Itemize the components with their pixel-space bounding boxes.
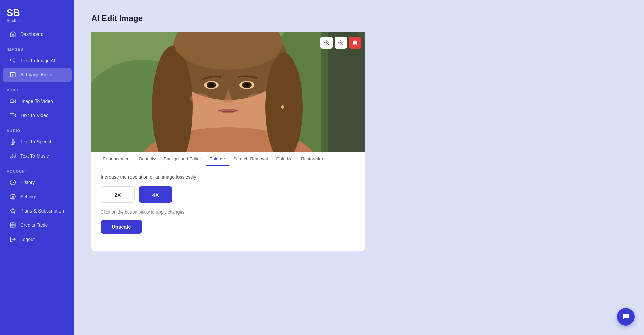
sidebar-item-label: Image To Video bbox=[20, 98, 53, 104]
image-edit-icon bbox=[9, 71, 16, 78]
gear-icon bbox=[9, 193, 16, 200]
sidebar-item-logout[interactable]: Logout bbox=[3, 232, 72, 246]
sidebar-item-label: Text To Speech bbox=[20, 139, 52, 144]
logo-mark: SB bbox=[7, 8, 68, 18]
section-label-images: Images bbox=[0, 41, 74, 53]
tab-background-editor[interactable]: Background Editor bbox=[160, 152, 205, 166]
sidebar-item-ai-image-editor[interactable]: AI Image Editor bbox=[3, 68, 72, 82]
svg-point-32 bbox=[281, 105, 284, 109]
svg-marker-9 bbox=[10, 208, 16, 213]
sidebar-item-plans[interactable]: Plans & Subscription bbox=[3, 204, 72, 218]
home-icon bbox=[9, 31, 16, 38]
sidebar-item-label: Text To Video bbox=[20, 113, 49, 118]
section-label-video: Video bbox=[0, 82, 74, 94]
sidebar-item-image-to-video[interactable]: Image To Video bbox=[3, 94, 72, 108]
svg-point-6 bbox=[14, 156, 15, 158]
svg-point-31 bbox=[247, 93, 266, 104]
sidebar-item-credits[interactable]: Credits Table bbox=[3, 218, 72, 232]
tab-colorize[interactable]: Colorize bbox=[273, 152, 296, 166]
tabs-row: Enhancement Beautify Background Editor E… bbox=[91, 152, 365, 166]
svg-rect-0 bbox=[10, 72, 15, 77]
sidebar-item-label: Logout bbox=[20, 237, 35, 242]
scale-options: 2X 4X bbox=[101, 186, 356, 203]
apply-hint: Click on the button below to apply chang… bbox=[101, 209, 356, 215]
image-wrapper: Enhancement Beautify Background Editor E… bbox=[91, 32, 365, 251]
sidebar-item-text-to-speech[interactable]: Text To Speech bbox=[3, 135, 72, 149]
tab-content-enlarge: Increase the resolution of an image loss… bbox=[91, 166, 365, 242]
video-text-icon bbox=[9, 112, 16, 119]
svg-rect-4 bbox=[10, 114, 14, 117]
section-label-account: Account bbox=[0, 163, 74, 175]
sidebar-item-dashboard[interactable]: Dashboard bbox=[3, 27, 72, 41]
sidebar-item-label: Credits Table bbox=[20, 222, 48, 228]
main-content: AI Edit Image bbox=[74, 0, 644, 335]
sidebar-item-label: Settings bbox=[20, 194, 38, 199]
sidebar-item-text-to-image[interactable]: Text To Image AI bbox=[3, 54, 72, 67]
svg-point-30 bbox=[190, 93, 209, 104]
svg-marker-3 bbox=[14, 114, 16, 117]
music-icon bbox=[9, 153, 16, 159]
portrait-svg bbox=[91, 32, 365, 152]
editor-panel: Enhancement Beautify Background Editor E… bbox=[91, 152, 365, 251]
sidebar-item-label: AI Image Editor bbox=[20, 72, 53, 77]
enlarge-description: Increase the resolution of an image loss… bbox=[101, 174, 356, 180]
tab-enlarge[interactable]: Enlarge bbox=[206, 152, 229, 166]
svg-rect-10 bbox=[10, 223, 15, 227]
logo-sub: Spotbuzz bbox=[7, 18, 68, 23]
logo-area: SB Spotbuzz bbox=[0, 0, 74, 27]
table-icon bbox=[9, 222, 16, 228]
scale-4x-button[interactable]: 4X bbox=[139, 186, 172, 203]
zoom-out-button[interactable] bbox=[335, 37, 347, 49]
tab-scratch-removal[interactable]: Scratch Removal bbox=[230, 152, 271, 166]
upscale-button[interactable]: Upscale bbox=[101, 220, 142, 234]
tab-enhancement[interactable]: Enhancement bbox=[99, 152, 134, 166]
sidebar-item-text-to-music[interactable]: Text To Music bbox=[3, 149, 72, 163]
section-label-audio: Audio bbox=[0, 122, 74, 135]
svg-point-5 bbox=[10, 157, 12, 158]
svg-point-26 bbox=[209, 83, 214, 87]
mic-icon bbox=[9, 138, 16, 145]
sidebar-item-label: Dashboard bbox=[20, 31, 44, 37]
clock-icon bbox=[9, 179, 16, 186]
sidebar-item-label: Text To Music bbox=[20, 153, 49, 159]
tab-restoration[interactable]: Restoration bbox=[297, 152, 328, 166]
sidebar-item-label: Plans & Subscription bbox=[20, 208, 64, 214]
sidebar: SB Spotbuzz Dashboard Images Text To Ima… bbox=[0, 0, 74, 335]
svg-rect-1 bbox=[10, 100, 14, 103]
svg-marker-2 bbox=[14, 100, 16, 103]
chat-bubble[interactable] bbox=[617, 308, 635, 326]
tab-beautify[interactable]: Beautify bbox=[136, 152, 159, 166]
logout-icon bbox=[9, 236, 16, 243]
sidebar-item-label: History bbox=[20, 180, 35, 185]
sidebar-item-settings[interactable]: Settings bbox=[3, 190, 72, 203]
sidebar-item-text-to-video[interactable]: Text To Video bbox=[3, 109, 72, 122]
wand-icon bbox=[9, 57, 16, 64]
page-title: AI Edit Image bbox=[91, 14, 627, 23]
svg-line-34 bbox=[328, 44, 329, 45]
delete-image-button[interactable] bbox=[349, 37, 361, 49]
svg-point-8 bbox=[12, 196, 14, 198]
sidebar-item-label: Text To Image AI bbox=[20, 58, 55, 63]
chat-icon bbox=[622, 313, 630, 321]
video-icon bbox=[9, 98, 16, 105]
sidebar-item-history[interactable]: History bbox=[3, 176, 72, 189]
svg-line-38 bbox=[342, 44, 343, 45]
svg-point-29 bbox=[244, 83, 249, 87]
star-icon bbox=[9, 207, 16, 214]
scale-2x-button[interactable]: 2X bbox=[101, 186, 135, 203]
zoom-in-button[interactable] bbox=[320, 37, 333, 49]
image-toolbar bbox=[320, 37, 361, 49]
image-display bbox=[91, 32, 365, 152]
svg-rect-16 bbox=[321, 32, 365, 152]
